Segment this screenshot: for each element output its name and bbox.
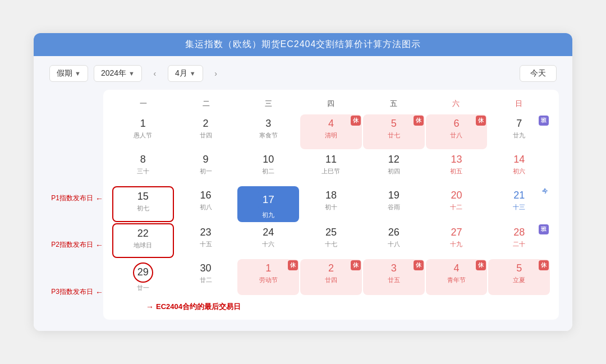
nav-bar: 假期 ▼ 2024年 ▼ ‹ 4月 ▼ › 今天 <box>47 65 559 82</box>
table-row[interactable]: 1 愚人节 <box>112 114 174 149</box>
p1-day-cell[interactable]: 15 初七 <box>112 186 174 222</box>
chevron-down-icon: ▼ <box>75 70 81 77</box>
chevron-down-icon: ▼ <box>128 70 135 77</box>
p3-annotation: P3指数发布日 ← <box>51 287 103 297</box>
table-row[interactable]: 休 1 劳动节 <box>237 259 299 295</box>
table-row[interactable]: 休 2 廿四 <box>300 259 362 295</box>
holiday-badge: 休 <box>414 260 424 270</box>
holiday-badge: 休 <box>476 116 486 126</box>
table-row[interactable]: 3 寒食节 <box>237 114 299 149</box>
calendar: 一 二 三 四 五 六 日 1 愚人节 2 廿四 <box>103 90 559 320</box>
p3-arrow-icon: ← <box>95 288 103 297</box>
table-row[interactable]: 休 5 立夏 <box>488 259 550 295</box>
p1-annotation: P1指数发布日 ← <box>51 193 103 203</box>
table-row[interactable]: 26 十八 <box>363 223 425 258</box>
ec-note: → EC2404合约的最后交易日 <box>112 302 550 312</box>
p1-arrow-icon: ← <box>95 194 103 203</box>
table-row[interactable]: 23 十五 <box>175 223 237 258</box>
weekday-tue: 二 <box>175 95 237 112</box>
table-row[interactable]: 班 28 二十 <box>488 223 550 258</box>
table-row[interactable]: 18 初十 <box>300 186 362 222</box>
table-row[interactable]: 11 上巳节 <box>300 150 362 185</box>
holiday-badge: 休 <box>351 260 361 270</box>
work-badge: 班 <box>539 116 549 126</box>
chevron-down-icon: ▼ <box>190 70 196 77</box>
table-row[interactable]: 25 十七 <box>300 223 362 258</box>
weekday-wed: 三 <box>237 95 300 112</box>
holiday-badge: 休 <box>288 260 298 270</box>
today-button[interactable]: 今天 <box>520 65 557 82</box>
holiday-badge: 休 <box>414 116 424 126</box>
table-row[interactable]: 休 4 青年节 <box>426 259 488 295</box>
table-row[interactable]: 2 廿四 <box>175 114 237 149</box>
next-month-button[interactable]: › <box>209 66 223 81</box>
today-indicator: 今 <box>542 187 548 195</box>
weekday-thu: 四 <box>300 95 362 112</box>
ec-arrow-icon: → <box>146 302 154 311</box>
table-row[interactable]: 30 廿二 <box>175 259 237 295</box>
today-cell[interactable]: 今 21 十三 <box>488 186 550 222</box>
p2-day-cell[interactable]: 22 地球日 <box>112 223 174 258</box>
days-grid: 1 愚人节 2 廿四 3 寒食节 休 4 清明 <box>112 114 550 295</box>
holiday-badge: 休 <box>351 116 361 126</box>
weekday-fri: 五 <box>362 95 425 112</box>
table-row[interactable]: 13 初五 <box>426 150 488 185</box>
page-title: 集运指数（欧线）期货EC2404交割结算价计算方法图示 <box>34 33 572 56</box>
table-row[interactable]: 24 十六 <box>237 223 299 258</box>
table-row[interactable]: 休 3 廿五 <box>363 259 425 295</box>
work-badge: 班 <box>539 224 549 234</box>
table-row[interactable]: 27 十九 <box>426 223 488 258</box>
table-row[interactable]: 19 谷雨 <box>363 186 425 222</box>
holiday-badge: 休 <box>476 260 486 270</box>
table-row[interactable]: 休 6 廿八 <box>426 114 488 149</box>
table-row[interactable]: 9 初一 <box>175 150 237 185</box>
prev-month-button[interactable]: ‹ <box>148 66 162 81</box>
table-row[interactable]: 20 十二 <box>426 186 488 222</box>
table-row[interactable]: 休 5 廿七 <box>363 114 425 149</box>
year-dropdown[interactable]: 2024年 ▼ <box>94 65 142 82</box>
p2-annotation: P2指数发布日 ← <box>51 240 103 250</box>
holiday-badge: 休 <box>539 260 549 270</box>
weekday-sun: 日 <box>488 95 550 112</box>
p2-arrow-icon: ← <box>95 241 103 250</box>
month-dropdown[interactable]: 4月 ▼ <box>168 65 203 82</box>
table-row[interactable]: 8 三十 <box>112 150 174 185</box>
p3-day-cell[interactable]: 29 廿一 <box>112 259 174 295</box>
table-row[interactable]: 10 初二 <box>237 150 299 185</box>
weekdays-row: 一 二 三 四 五 六 日 <box>112 95 550 112</box>
table-row[interactable]: 16 初八 <box>175 186 237 222</box>
table-row[interactable]: 14 初六 <box>488 150 550 185</box>
table-row[interactable]: 班 7 廿九 <box>488 114 550 149</box>
table-row[interactable]: 休 4 清明 <box>300 114 362 149</box>
table-row[interactable]: 17 初九 <box>237 186 299 222</box>
table-row[interactable]: 12 初四 <box>363 150 425 185</box>
weekday-mon: 一 <box>112 95 175 112</box>
holiday-dropdown[interactable]: 假期 ▼ <box>49 65 88 82</box>
weekday-sat: 六 <box>425 95 487 112</box>
